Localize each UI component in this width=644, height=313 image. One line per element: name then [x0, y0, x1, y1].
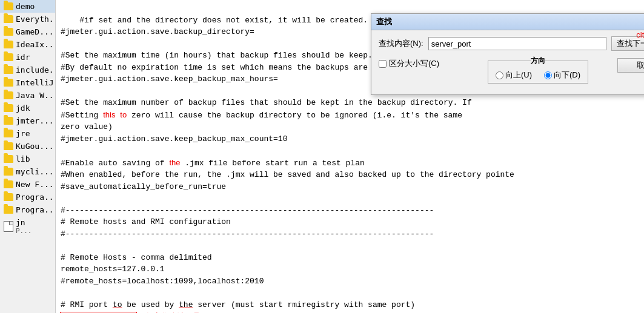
sidebar-item-label: Progra... [16, 193, 55, 202]
folder-icon [4, 155, 13, 163]
editor-line-9: #jmeter.gui.action.save.keep_backup_max_… [61, 134, 287, 143]
direction-radio-group: 向上(U) 向下(D) [496, 70, 580, 81]
sidebar-item-lib[interactable]: lib [0, 153, 55, 165]
find-dialog: 查找 ✕ city+f查询 查找内容(N): 查找下一个(F) 区分大小写(C) [371, 13, 644, 95]
folder-icon [4, 41, 13, 48]
direction-up-radio[interactable] [496, 71, 503, 79]
editor-line-7: #Setting this to zero will cause the bac… [61, 111, 462, 120]
direction-down-radio[interactable] [544, 71, 552, 79]
sidebar-item-newf[interactable]: New F... [0, 178, 55, 191]
direction-fieldset: 方向 向上(U) 向下(D) [488, 56, 588, 84]
folder-icon [4, 53, 13, 61]
find-next-button[interactable]: 查找下一个(F) [611, 36, 644, 51]
sidebar-item-label: mycli... [16, 167, 54, 176]
folder-icon [4, 2, 13, 10]
folder-icon [4, 168, 13, 176]
find-dialog-titlebar[interactable]: 查找 ✕ [371, 14, 644, 30]
editor-line-10: #Enable auto saving of the .jmx file bef… [61, 159, 365, 168]
direction-down-option[interactable]: 向下(D) [544, 70, 580, 81]
sidebar-item-label: Progra... [16, 205, 55, 214]
sidebar-item-label: IdeaIx... [16, 40, 55, 49]
editor-line-11: #When enabled, before the run, the .jmx … [61, 170, 514, 179]
sidebar-item-include[interactable]: include... [0, 64, 55, 76]
sidebar-item-intellij[interactable]: IntelliJ... [0, 76, 55, 89]
folder-icon [4, 79, 13, 87]
find-dialog-body: 查找内容(N): 查找下一个(F) 区分大小写(C) 方向 [371, 30, 644, 94]
sidebar-item-everyth[interactable]: Everyth... [0, 13, 55, 25]
find-dialog-title-text: 查找 [376, 16, 392, 27]
find-search-row: 查找内容(N): 查找下一个(F) [379, 36, 644, 51]
folder-icon [4, 117, 13, 125]
sidebar-item-label: Java W... [16, 91, 55, 100]
file-icon [4, 221, 13, 232]
sidebar-item-label: jdk [16, 104, 30, 113]
sidebar-item-label: include... [16, 65, 55, 74]
editor-line-sep2: #---------------------------------------… [61, 229, 434, 239]
folder-icon [4, 180, 13, 188]
case-sensitive-checkbox[interactable] [379, 60, 387, 68]
editor-line-17: # RMI port to be used by the server (mus… [61, 300, 415, 309]
sidebar-item-javaw[interactable]: Java W... [0, 89, 55, 102]
sidebar-item-jmter[interactable]: jmter... [0, 114, 55, 127]
sidebar-item-label: Everyth... [16, 15, 55, 24]
folder-icon [4, 206, 13, 214]
sidebar-item-label: jre [16, 129, 30, 138]
folder-icon [4, 142, 13, 150]
editor-line-2: #jmeter.gui.action.save.backup_directory… [61, 27, 254, 36]
editor-line-13: # Remote hosts and RMI configuration [61, 217, 231, 226]
sidebar-item-idr[interactable]: idr [0, 51, 55, 64]
find-content-label: 查找内容(N): [379, 38, 423, 49]
sidebar-item-mycli[interactable]: mycli... [0, 165, 55, 178]
direction-up-option[interactable]: 向上(U) [496, 70, 532, 81]
sidebar-item-label: jmter... [16, 116, 54, 125]
sidebar-item-label: KuGou... [16, 142, 54, 151]
main-content: #if set and the directory does not exist… [56, 0, 644, 313]
case-sensitive-option[interactable]: 区分大小写(C) [379, 58, 439, 69]
sidebar-item-label: idr [16, 53, 30, 62]
sidebar-item-label: lib [16, 154, 30, 163]
sidebar-item-demo[interactable]: demo [0, 0, 55, 13]
file-tree-sidebar[interactable]: demo Everyth... GameD... IdeaIx... idr i… [0, 0, 56, 313]
sidebar-item-label: GameD... [16, 27, 54, 36]
sidebar-item-label: IntelliJ... [16, 78, 55, 87]
case-sensitive-label: 区分大小写(C) [389, 58, 439, 69]
direction-up-label: 向上(U) [505, 70, 532, 81]
find-options-row: 区分大小写(C) 方向 向上(U) 向下(D) [379, 56, 644, 84]
sidebar-item-gamed[interactable]: GameD... [0, 25, 55, 38]
folder-icon [4, 66, 13, 74]
sidebar-item-idealx[interactable]: IdeaIx... [0, 38, 55, 51]
sidebar-item-jdk[interactable]: jdk [0, 102, 55, 114]
sidebar-item-label: New F... [16, 180, 54, 189]
editor-line-sep1: #---------------------------------------… [61, 206, 434, 215]
sidebar-item-jre[interactable]: jre [0, 127, 55, 140]
editor-line-16: #remote_hosts=localhost:1099,localhost:2… [61, 277, 264, 286]
sidebar-item-label: demo [16, 2, 35, 11]
folder-icon [4, 15, 13, 23]
editor-line-15: remote_hosts=127.0.0.1 [61, 265, 165, 274]
find-search-input[interactable] [428, 37, 607, 50]
editor-line-6: #Set the maximum number of backup files … [61, 98, 472, 107]
cancel-button[interactable]: 取消 [617, 58, 644, 73]
file-name: jn [16, 218, 32, 227]
folder-icon [4, 193, 13, 201]
direction-down-label: 向下(D) [554, 70, 580, 81]
folder-icon [4, 130, 13, 137]
folder-icon [4, 104, 13, 112]
editor-line-8: zero value) [61, 122, 113, 131]
editor-line-12: #save_automatically_before_run=true [61, 182, 226, 191]
sidebar-item-kugou[interactable]: KuGou... [0, 140, 55, 153]
editor-line-1: #if set and the directory does not exist… [79, 16, 368, 25]
file-sub: P... [16, 227, 32, 235]
direction-legend: 方向 [531, 56, 545, 66]
editor-line-5: #jmeter.gui.action.save.keep_backup_max_… [61, 74, 278, 84]
editor-line-14: # Remote Hosts - comma delimited [61, 253, 212, 262]
folder-icon [4, 91, 13, 99]
sidebar-file-jn[interactable]: jn P... [0, 216, 55, 237]
sidebar-item-progra2[interactable]: Progra... [0, 203, 55, 216]
folder-icon [4, 28, 13, 36]
sidebar-item-progra1[interactable]: Progra... [0, 191, 55, 203]
